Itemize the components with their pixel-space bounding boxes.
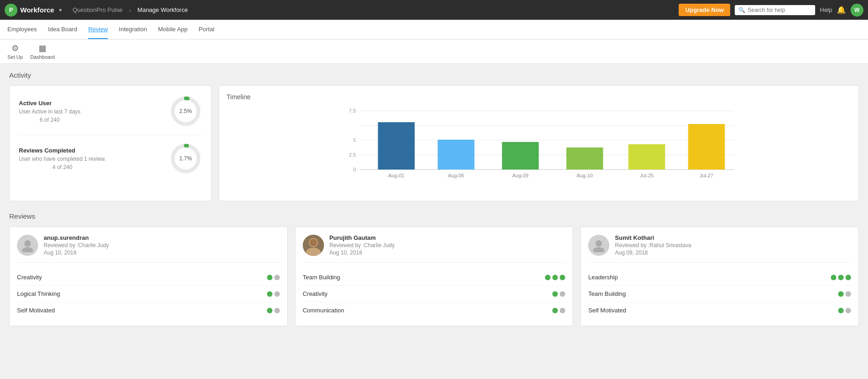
bar-aug06	[438, 140, 475, 170]
review-username-1: Purujith Gautam	[329, 234, 395, 241]
search-box[interactable]: 🔍	[735, 5, 815, 15]
subnav-mobile-app[interactable]: Mobile App	[158, 20, 187, 39]
bar-jul25	[629, 144, 665, 170]
skill-dots	[838, 291, 851, 297]
svg-point-28	[596, 240, 602, 247]
top-nav-right: Upgrade Now 🔍 Help 🔔 W	[679, 4, 863, 17]
review-reviewer-1: Reviewed by :Charlie Judy	[329, 242, 395, 249]
review-date-2: Aug 09, 2018	[615, 249, 691, 256]
upgrade-button[interactable]: Upgrade Now	[679, 4, 730, 16]
active-user-info: Active User User Active in last 7 days 6…	[19, 100, 80, 123]
setup-label: Set Up	[7, 54, 23, 60]
svg-text:7.5: 7.5	[349, 108, 356, 113]
activity-title: Activity	[9, 71, 859, 79]
svg-text:Aug-06: Aug-06	[448, 173, 464, 178]
avatar-0	[17, 235, 38, 256]
dot-empty	[845, 308, 851, 313]
review-header-2: Sumit Kothari Reviewed by :Rahul Srivast…	[588, 234, 851, 263]
skill-dots	[267, 275, 280, 280]
skill-dots	[552, 291, 565, 297]
active-user-row: Active User User Active in last 7 days 6…	[19, 95, 202, 135]
user-avatar[interactable]: W	[851, 4, 863, 17]
dot-filled	[838, 308, 844, 313]
review-skill-teambuilding-2: Team Building	[588, 286, 851, 302]
review-skill-communication-1: Communication	[303, 302, 566, 318]
svg-point-23	[22, 247, 33, 252]
svg-point-27	[310, 239, 317, 246]
breadcrumb-app[interactable]: QuestionPro Pulse	[73, 6, 122, 13]
reviews-completed-label: Reviews Completed	[19, 147, 106, 154]
dot-empty	[274, 275, 280, 280]
skill-dots	[831, 275, 851, 280]
review-username-2: Sumit Kothari	[615, 234, 691, 241]
dashboard-label: Dashboard	[30, 54, 55, 60]
dot-filled	[552, 275, 558, 280]
brand-chevron-icon: ▼	[58, 7, 63, 13]
skill-dots	[552, 308, 565, 313]
skill-name: Communication	[303, 307, 344, 314]
svg-text:Jul-27: Jul-27	[700, 173, 714, 178]
review-header-0: anup.surendran Reviewed by :Charlie Judy…	[17, 234, 280, 263]
review-user-info-1: Purujith Gautam Reviewed by :Charlie Jud…	[329, 234, 395, 256]
dot-empty	[274, 291, 280, 297]
active-user-donut: 2.5%	[170, 95, 202, 127]
review-header-1: Purujith Gautam Reviewed by :Charlie Jud…	[303, 234, 566, 263]
help-label[interactable]: Help	[820, 6, 832, 13]
dot-filled	[845, 275, 851, 280]
skill-name: Creativity	[17, 274, 42, 281]
skill-name: Team Building	[588, 290, 626, 297]
subnav-employees[interactable]: Employees	[7, 20, 37, 39]
main-content: Activity Active User User Active in last…	[0, 64, 868, 334]
svg-point-22	[24, 240, 31, 247]
svg-text:Jul-25: Jul-25	[640, 173, 654, 178]
subnav-portal[interactable]: Portal	[199, 20, 214, 39]
avatar-1	[303, 235, 324, 256]
skill-name: Self Motivated	[588, 307, 626, 314]
skill-name: Logical Thinking	[17, 290, 60, 297]
search-input[interactable]	[748, 7, 811, 13]
dot-empty	[560, 308, 565, 313]
timeline-title: Timeline	[227, 93, 851, 101]
brand-name: Workforce	[20, 6, 54, 14]
activity-section: Activity Active User User Active in last…	[9, 71, 859, 201]
review-skill-teambuilding-1: Team Building	[303, 269, 566, 286]
skill-dots	[267, 291, 280, 297]
skill-name: Team Building	[303, 274, 340, 281]
review-skill-creativity-1: Creativity	[303, 286, 566, 302]
review-date-0: Aug 10, 2018	[44, 249, 109, 256]
reviews-completed-row: Reviews Completed User who have complete…	[19, 142, 202, 175]
subnav-idea-board[interactable]: Idea Board	[48, 20, 77, 39]
timeline-chart: 7.5 5 2.5 0 Aug-01 Aug-06	[227, 106, 851, 193]
active-user-label: Active User	[19, 100, 80, 107]
toolbar-setup[interactable]: ⚙ Set Up	[7, 43, 23, 60]
svg-text:5: 5	[353, 137, 356, 143]
svg-text:0: 0	[353, 167, 356, 172]
skill-dots	[545, 275, 565, 280]
review-username-0: anup.surendran	[44, 234, 109, 241]
activity-row: Active User User Active in last 7 days 6…	[9, 85, 859, 201]
svg-text:2.5%: 2.5%	[179, 108, 192, 114]
search-icon: 🔍	[738, 7, 745, 13]
review-reviewer-0: Reviewed by :Charlie Judy	[44, 242, 109, 249]
bell-icon[interactable]: 🔔	[837, 6, 846, 14]
toolbar-dashboard[interactable]: ▦ Dashboard	[30, 43, 55, 60]
dot-filled	[267, 308, 272, 313]
svg-text:Aug-10: Aug-10	[577, 173, 593, 178]
brand-logo-area[interactable]: P Workforce ▼	[5, 4, 69, 17]
reviews-completed-donut-wrap: 1.7%	[170, 142, 202, 175]
active-user-count: 6 of 240	[19, 117, 80, 123]
dot-filled	[267, 291, 272, 297]
subnav-integration[interactable]: Integration	[119, 20, 147, 39]
dot-filled	[552, 291, 558, 297]
review-skill-selfmotivated-2: Self Motivated	[588, 302, 851, 318]
review-card-0: anup.surendran Reviewed by :Charlie Judy…	[9, 226, 288, 326]
dot-empty	[274, 308, 280, 313]
review-skill-logical-0: Logical Thinking	[17, 286, 280, 302]
bar-jul27	[688, 124, 725, 170]
review-card-1: Purujith Gautam Reviewed by :Charlie Jud…	[295, 226, 573, 326]
reviews-completed-sub: User who have completed 1 review.	[19, 156, 106, 162]
dashboard-icon: ▦	[38, 43, 48, 53]
review-reviewer-2: Reviewed by :Rahul Srivastava	[615, 242, 691, 249]
bar-aug09	[502, 142, 539, 170]
subnav-review[interactable]: Review	[88, 20, 108, 39]
